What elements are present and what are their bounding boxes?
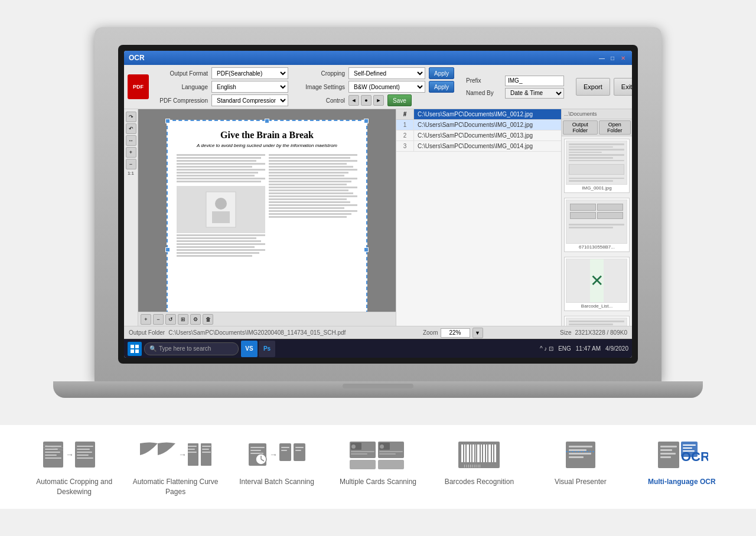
svg-rect-17 [77, 446, 93, 447]
apply-button-2[interactable]: Apply [429, 81, 454, 93]
rotate-btn[interactable]: ↺ [165, 314, 176, 325]
toolbar: PDF Output Format PDF(Searchable) Croppi… [124, 65, 632, 109]
taskbar-app-ps[interactable]: Ps [259, 341, 275, 357]
control-next-btn[interactable]: ► [373, 95, 384, 106]
start-button[interactable] [128, 342, 142, 356]
save-button[interactable]: Save [387, 94, 412, 106]
delete-btn[interactable]: 🗑 [203, 314, 213, 325]
auto-crop-label: Automatic Cropping and Deskewing [30, 477, 119, 497]
svg-rect-49 [351, 453, 367, 455]
open-folder-btn[interactable]: Open Folder [599, 120, 631, 135]
control-prev-btn[interactable]: ◄ [348, 95, 359, 106]
handle-tl[interactable] [165, 119, 170, 123]
svg-text:→: → [178, 450, 187, 459]
feature-multi-card: Multiple Cards Scanning [334, 437, 422, 487]
zoom-section: Zoom ▼ [423, 328, 483, 338]
svg-rect-6 [135, 349, 139, 353]
rotate-cw-btn[interactable]: ↷ [126, 112, 136, 122]
doc-illustration [203, 189, 239, 230]
settings-btn[interactable]: ⚙ [190, 314, 201, 325]
image-settings-select[interactable]: B&W (Document) [348, 81, 425, 93]
file-list-item-3[interactable]: 3 C:\Users\SamPC\Documents\IMG_0014.jpg [396, 141, 561, 152]
language-label: Language [155, 84, 208, 90]
zoom-in-btn[interactable]: + [126, 147, 136, 158]
svg-rect-59 [464, 445, 465, 462]
svg-rect-81 [660, 453, 676, 455]
svg-rect-12 [45, 452, 60, 453]
size-label: Size [560, 329, 571, 336]
handle-mr[interactable] [364, 247, 369, 252]
svg-rect-56 [378, 460, 404, 469]
handle-ml[interactable] [165, 247, 170, 252]
crop-btn[interactable]: ⊞ [178, 314, 188, 325]
prefix-label: Prefix [466, 77, 501, 84]
svg-rect-61 [470, 445, 471, 462]
search-bar[interactable]: 🔍 Type here to search [144, 342, 239, 355]
svg-rect-84 [681, 442, 698, 457]
minimize-button[interactable]: — [598, 54, 606, 62]
svg-rect-74 [569, 449, 586, 451]
output-folder-btn[interactable]: Output Folder [563, 120, 598, 135]
taskbar: 🔍 Type here to search VS Ps [124, 339, 632, 358]
handle-tm[interactable] [265, 119, 269, 123]
zoom-out-btn[interactable]: − [126, 159, 136, 169]
barcode-label: Barcodes Recognition [445, 477, 514, 487]
interval-scan-label: Interval Batch Scanning [239, 477, 314, 487]
svg-rect-25 [188, 449, 195, 450]
ocr-window: OCR — □ ✕ PDF Out [124, 51, 632, 358]
language-select[interactable]: English [211, 81, 288, 93]
rotate-ccw-btn[interactable]: ↶ [126, 123, 136, 134]
maximize-button[interactable]: □ [608, 54, 617, 62]
zoom-input[interactable] [441, 328, 470, 338]
svg-rect-24 [188, 446, 197, 447]
svg-rect-76 [569, 456, 584, 458]
main-content: ↷ ↶ ↔ + − 1:1 [124, 109, 632, 326]
svg-rect-14 [45, 457, 61, 459]
thumb-img-3: ✕ [566, 259, 627, 303]
thumbnail-item-3[interactable]: ✕ Barcode_List... [564, 257, 630, 311]
control-label: Control [292, 97, 345, 104]
toolbar-fields: Output Format PDF(Searchable) Cropping S… [155, 67, 454, 106]
handle-tr[interactable] [364, 119, 369, 123]
svg-rect-58 [461, 445, 463, 462]
file-list-item-2[interactable]: 2 C:\Users\SamPC\Documents\IMG_0013.jpg [396, 130, 561, 141]
visual-presenter-label: Visual Presenter [555, 477, 607, 487]
file-list-item-1[interactable]: 1 C:\Users\SamPC\Documents\IMG_0012.jpg [396, 120, 561, 130]
output-format-label: Output Format [155, 70, 208, 77]
svg-rect-70 [494, 445, 496, 462]
zoom-dropdown-btn[interactable]: ▼ [472, 328, 483, 338]
svg-rect-64 [477, 445, 480, 462]
control-play-btn[interactable]: ● [361, 95, 372, 106]
named-by-label: Named By [466, 90, 501, 96]
thumbnail-item-2[interactable]: 6710130558B7... [564, 198, 630, 252]
cropping-select[interactable]: Self-Defined [348, 67, 425, 79]
feature-auto-flatten: → Automatic Flattening Curve Pages [131, 437, 220, 497]
close-button[interactable]: ✕ [619, 54, 627, 62]
prefix-row-2: Named By Date & Time [466, 88, 564, 99]
export-button[interactable]: Export [576, 78, 610, 96]
output-format-select[interactable]: PDF(Searchable) [211, 67, 288, 79]
svg-rect-2 [212, 211, 230, 223]
apply-button-1[interactable]: Apply [429, 67, 454, 79]
pdf-compression-label: PDF Compression [155, 97, 208, 104]
svg-rect-40 [281, 447, 289, 448]
thumbnail-item-4[interactable]: IMG_0002.jpg [564, 316, 630, 326]
pdf-compression-select[interactable]: Standard Compression [211, 94, 288, 106]
svg-rect-4 [135, 345, 139, 348]
toolbar-row-3: PDF Compression Standard Compression Con… [155, 94, 454, 106]
size-value: 2321X3228 / 809K0 [575, 329, 627, 336]
prefix-input[interactable] [505, 76, 564, 86]
add-btn[interactable]: + [141, 314, 151, 325]
named-by-select[interactable]: Date & Time [505, 88, 564, 99]
svg-rect-82 [660, 456, 671, 458]
exit-button[interactable]: Exit [614, 78, 632, 96]
flip-h-btn[interactable]: ↔ [126, 135, 136, 146]
svg-rect-52 [380, 445, 384, 449]
features-section: → Automatic Cropping and Deskewing → [0, 425, 756, 509]
barcode-icon: | | | | | | | | | [455, 437, 503, 472]
remove-btn[interactable]: − [153, 314, 164, 325]
cropping-label: Cropping [292, 70, 345, 77]
svg-rect-72 [566, 442, 595, 468]
thumbnail-item-1[interactable]: IMG_0001.jpg [564, 139, 630, 193]
taskbar-app-vs[interactable]: VS [241, 341, 258, 357]
